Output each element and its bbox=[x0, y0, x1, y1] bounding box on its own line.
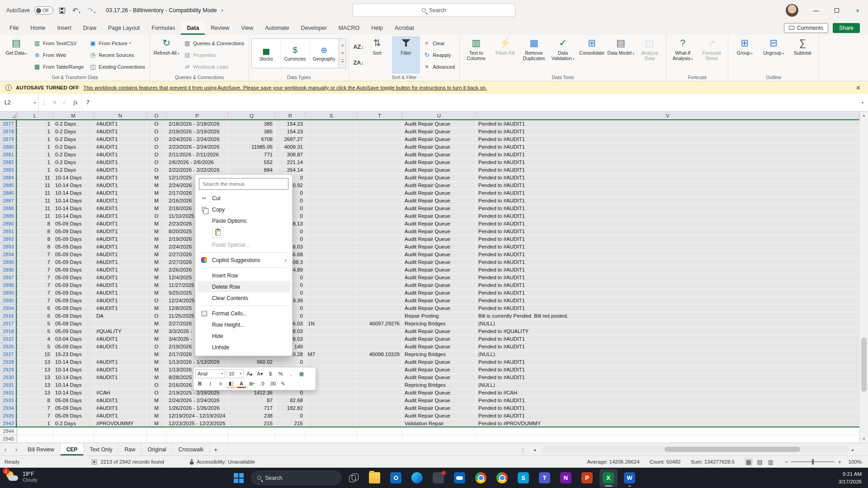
increase-font-size-button[interactable]: A▴ bbox=[245, 369, 254, 378]
bold-button[interactable]: B bbox=[195, 379, 204, 388]
new-sheet-button[interactable]: + bbox=[210, 443, 222, 455]
cell-t2889[interactable] bbox=[357, 212, 402, 220]
cell-o2877[interactable]: O bbox=[147, 120, 166, 128]
cell-o2892[interactable]: M bbox=[147, 235, 166, 243]
row-header-2900[interactable]: 2900 bbox=[0, 297, 17, 305]
cell-u2884[interactable]: Audit Repair Queue bbox=[402, 174, 476, 182]
cell-o2929[interactable]: M bbox=[147, 366, 166, 374]
cell-t2880[interactable] bbox=[357, 143, 402, 151]
cell-r2933[interactable]: 82.68 bbox=[275, 397, 306, 404]
cell-u2886[interactable]: Audit Repair Queue bbox=[402, 189, 476, 197]
cell-m2890[interactable]: 05-09 Days bbox=[53, 220, 94, 228]
cell-o2885[interactable]: M bbox=[147, 182, 166, 189]
cell-u2930[interactable]: Audit Repair Queue bbox=[402, 374, 476, 381]
cell-s2877[interactable] bbox=[306, 120, 357, 128]
zoom-in-icon[interactable]: + bbox=[838, 459, 841, 465]
cell-o2898[interactable]: M bbox=[147, 282, 166, 289]
cell-s2885[interactable] bbox=[306, 182, 357, 189]
share-button[interactable]: Share bbox=[833, 23, 860, 33]
cell-n2893[interactable]: #AUDIT1 bbox=[94, 243, 147, 251]
cell-r2880[interactable]: 4009.31 bbox=[275, 143, 306, 151]
row-header-2930[interactable]: 2930 bbox=[0, 374, 17, 381]
cell-n2934[interactable]: #AUDIT1 bbox=[94, 404, 147, 412]
menu-item-insert-row[interactable]: Insert Row bbox=[197, 270, 290, 281]
cell-v2904[interactable]: Pended to #AUDIT1 bbox=[476, 305, 859, 312]
cell-l2931[interactable]: 13 bbox=[17, 381, 53, 389]
cell-n2916[interactable]: DA bbox=[94, 312, 147, 320]
taskbar-excel[interactable]: X bbox=[599, 469, 618, 487]
queries-connections-button[interactable]: ▥Queries & Connections bbox=[181, 38, 246, 48]
filter-button[interactable]: Filter bbox=[392, 36, 420, 74]
cell-n2889[interactable]: #AUDIT1 bbox=[94, 212, 147, 220]
cell-n2879[interactable]: #AUDIT1 bbox=[94, 136, 147, 143]
cell-t2891[interactable] bbox=[357, 228, 402, 235]
cell-o2878[interactable]: O bbox=[147, 128, 166, 136]
tab-view[interactable]: View bbox=[235, 21, 259, 35]
close-button[interactable]: × bbox=[847, 0, 868, 21]
row-header-2899[interactable]: 2899 bbox=[0, 289, 17, 297]
fill-color-button[interactable]: ◧ bbox=[226, 379, 236, 388]
row-header-2887[interactable]: 2887 bbox=[0, 197, 17, 205]
row-header-2932[interactable]: 2932 bbox=[0, 389, 17, 397]
context-menu-search-input[interactable] bbox=[199, 178, 288, 190]
data-validation-button[interactable]: ✓Data Validation ▾ bbox=[549, 36, 577, 74]
cell-t2931[interactable] bbox=[357, 381, 402, 389]
column-header-n[interactable]: N bbox=[94, 112, 147, 120]
cell-v2934[interactable]: Pended to #AUDIT1 bbox=[476, 404, 859, 412]
redo-button[interactable]: ↷▾ bbox=[86, 5, 97, 15]
cell-u2889[interactable]: Audit Repair Queue bbox=[402, 212, 476, 220]
cell-v2882[interactable]: Pended to #AUDIT1 bbox=[476, 159, 859, 166]
analyze-data-button[interactable]: ◫Analyze Data bbox=[636, 36, 664, 74]
undo-button[interactable]: ↶▾ bbox=[71, 5, 82, 15]
cell-v2897[interactable]: Pended to #AUDIT1 bbox=[476, 274, 859, 282]
cell-o2927[interactable]: M bbox=[147, 351, 166, 358]
cell-p2877[interactable]: 2/18/2026 - 2/18/2026 bbox=[166, 120, 228, 128]
status-sum[interactable]: Sum: 134277628.5 bbox=[691, 459, 735, 465]
cell-v2933[interactable]: Pended to #AUDIT1 bbox=[476, 397, 859, 404]
row-header-2889[interactable]: 2889 bbox=[0, 212, 17, 220]
status-count[interactable]: Count: 50482 bbox=[650, 459, 681, 465]
comma-style-button[interactable]: , bbox=[287, 369, 296, 378]
cell-v2931[interactable]: (NULL) bbox=[476, 381, 859, 389]
center-align-button[interactable]: ≡ bbox=[216, 379, 225, 388]
row-header-2890[interactable]: 2890 bbox=[0, 220, 17, 228]
tab-macro[interactable]: MACRO bbox=[333, 21, 366, 35]
cell-u2934[interactable]: Audit Repair Queue bbox=[402, 404, 476, 412]
cell-s2890[interactable] bbox=[306, 220, 357, 228]
cell-o2916[interactable]: O bbox=[147, 312, 166, 320]
get-data-button[interactable]: ▤Get Data ▾ bbox=[2, 36, 30, 74]
cell-s2899[interactable] bbox=[306, 289, 357, 297]
cell-v2935[interactable]: Pended to #AUDIT1 bbox=[476, 412, 859, 420]
tab-home[interactable]: Home bbox=[24, 21, 51, 35]
cell-s2916[interactable] bbox=[306, 312, 357, 320]
save-button[interactable] bbox=[58, 7, 66, 14]
cell-u2890[interactable]: Audit Repair Queue bbox=[402, 220, 476, 228]
cell-o2893[interactable]: M bbox=[147, 243, 166, 251]
cell-u2881[interactable]: Audit Repair Queue bbox=[402, 151, 476, 159]
cell-r2883[interactable]: 354.14 bbox=[275, 166, 306, 174]
cell-t2884[interactable] bbox=[357, 174, 402, 182]
cell-n2887[interactable]: #AUDIT1 bbox=[94, 197, 147, 205]
ungroup-button[interactable]: ⊟Ungroup ▾ bbox=[760, 36, 788, 74]
tab-help[interactable]: Help bbox=[365, 21, 389, 35]
cell-l2882[interactable]: 1 bbox=[17, 159, 53, 166]
gallery-up-icon[interactable]: ▴ bbox=[342, 43, 344, 47]
taskbar-outlook[interactable]: O bbox=[387, 469, 405, 487]
zoom-out-icon[interactable]: − bbox=[785, 459, 788, 465]
cell-p2880[interactable]: 2/23/2026 - 2/24/2026 bbox=[166, 143, 228, 151]
comments-button[interactable]: Comments bbox=[784, 23, 828, 33]
taskbar-file-explorer[interactable] bbox=[366, 469, 384, 487]
cell-q2944[interactable] bbox=[228, 427, 275, 435]
cell-l2877[interactable]: 1 bbox=[17, 120, 53, 128]
cell-o2930[interactable]: M bbox=[147, 374, 166, 381]
cell-n2899[interactable]: #AUDIT1 bbox=[94, 289, 147, 297]
cell-n2945[interactable] bbox=[94, 435, 147, 443]
menu-item-delete-row[interactable]: Delete Row bbox=[197, 281, 290, 292]
menu-item-format-cells[interactable]: Format Cells... bbox=[197, 308, 290, 319]
row-header-2918[interactable]: 2918 bbox=[0, 328, 17, 335]
cell-t2944[interactable] bbox=[357, 427, 402, 435]
sort-descending-button[interactable]: ZA↓ bbox=[351, 58, 362, 67]
formula-input[interactable]: 7 bbox=[81, 94, 857, 111]
row-header-2883[interactable]: 2883 bbox=[0, 166, 17, 174]
cell-t2928[interactable] bbox=[357, 358, 402, 366]
